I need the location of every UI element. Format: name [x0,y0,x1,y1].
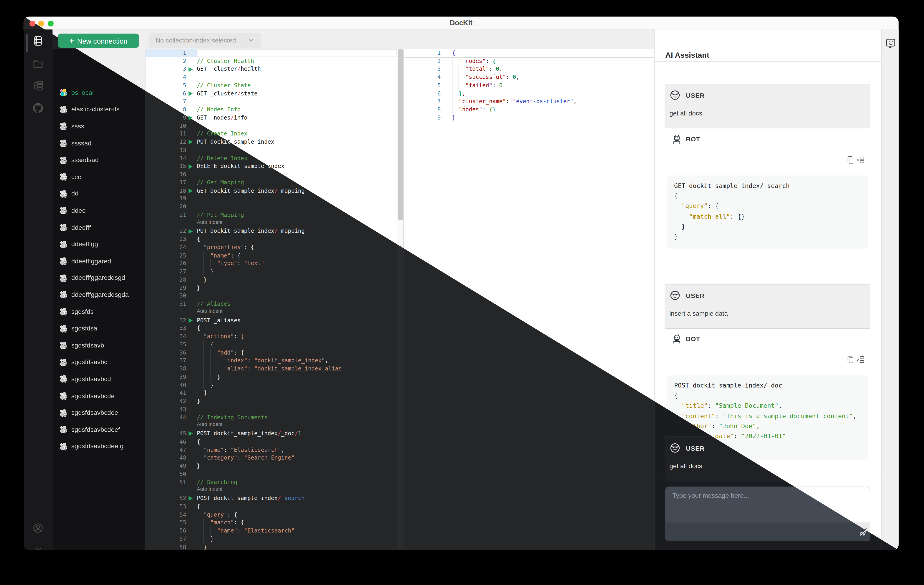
run-query-button[interactable] [188,91,192,96]
code-line: // Put Mapping [197,211,244,219]
connection-item[interactable]: sssadsad [53,152,145,169]
code-token: GET _cluster [197,66,238,72]
connection-item[interactable]: ddeefffggareddsgd [53,270,145,287]
connection-item[interactable]: os-local [53,84,145,101]
insert-to-editor-icon[interactable] [857,156,865,164]
editor-row: 28 } [145,276,404,284]
code-token: } [197,373,221,380]
query-editor[interactable]: 12// Cluster Health3GET _cluster/health4… [145,49,404,550]
bot-code-1[interactable]: GET dockit_sample_index/_search{ "query"… [667,175,868,249]
connection-item[interactable]: ddeefff [53,219,145,236]
connection-item[interactable]: sgdsfdsavbcdeef [53,422,145,438]
server-icon[interactable] [33,36,43,46]
editor-row: 32POST _aliases [145,316,404,324]
code-token: "text" [244,260,264,267]
elastic-logo-gray-icon [59,257,68,265]
connection-item[interactable]: ddeefffgg [53,236,145,253]
connection-item[interactable]: dd [53,186,145,203]
connection-item[interactable]: sgdsfdsavbcdeefg [53,438,145,455]
run-query-button[interactable] [188,115,192,120]
connection-item[interactable]: ssss [53,119,145,135]
scrollbar-thumb[interactable] [398,49,403,220]
editor-row: 36 "add": { [145,348,404,357]
chevron-down-icon [248,38,253,43]
connection-item[interactable]: ccc [53,169,145,186]
folder-icon[interactable] [33,59,43,69]
connection-item[interactable]: elastic-cluster-tls [53,102,145,119]
code-line: "successful": 0, [452,73,520,81]
connection-item[interactable]: ssssad [53,135,145,152]
copy-icon[interactable] [847,356,855,363]
run-query-button[interactable] [188,164,192,169]
connection-name: sgdsfdsavbcdeefg [71,443,124,450]
tree-icon[interactable] [33,81,43,91]
code-token: POST dockit_sample_index [197,495,278,501]
connection-item[interactable]: sgdsfdsavbcd [53,371,145,388]
code-token: "alias" [224,365,248,372]
zoom-window-button[interactable] [48,21,53,26]
code-line: // Indexing Documents [197,413,267,421]
auto-indent-action[interactable]: Auto Indent [197,308,223,314]
code-token: : { [234,519,244,526]
chat-input[interactable]: Type your message here... [665,487,870,542]
minimize-window-button[interactable] [38,21,44,26]
code-line: "type": "text" [197,259,264,267]
chat-feedback-icon[interactable] [886,38,896,48]
run-query-button[interactable] [188,188,192,193]
user-icon[interactable] [33,523,43,533]
run-query-button[interactable] [188,140,192,145]
close-window-button[interactable] [29,21,35,26]
code-line: ] [197,389,207,397]
auto-indent-action[interactable]: Auto Indent [197,421,223,427]
elastic-logo-gray-icon [59,224,68,232]
code-line: { [197,502,200,511]
gear-icon[interactable] [33,546,43,550]
active-line-border [404,57,655,58]
line-number: 1 [404,49,441,57]
run-query-button[interactable] [188,318,192,323]
indent-guide [452,73,453,81]
collection-index-select[interactable]: No collection/index selected [148,33,261,48]
connection-item[interactable]: sgdsfdsa [53,320,145,337]
github-icon[interactable] [33,103,43,113]
code-token: "name" [217,527,238,534]
line-number: 12 [145,138,186,146]
run-query-button[interactable] [188,496,192,501]
run-query-button[interactable] [188,67,192,72]
connection-name: sgdsfds [71,308,94,315]
new-connection-button[interactable]: +New connection [58,34,139,48]
connection-item[interactable]: ddee [53,203,145,219]
code-line: "name": { [197,251,241,260]
connection-item[interactable]: sgdsfdsavbcde [53,388,145,405]
elastic-logo-gray-icon [59,409,68,417]
line-number: 6 [145,89,186,97]
send-icon[interactable] [859,528,868,537]
code-token: GET dockit_sample_index/_search [674,182,790,189]
code-token: "add" [217,349,234,356]
code-line: { [197,341,214,349]
connection-item[interactable]: sgdsfdsavbcdee [53,405,145,422]
run-query-button[interactable] [188,229,192,234]
line-number: 14 [145,154,186,162]
code-line: GET _cluster/state [197,89,257,97]
connection-name: ddeefffggared [71,257,111,264]
connection-item[interactable]: ddeefffggared [53,253,145,270]
code-token: { [197,503,200,509]
chat-input-footer [665,523,870,542]
auto-indent-action[interactable]: Auto Indent [197,486,223,492]
editor-scrollbar[interactable] [397,49,404,550]
connection-item[interactable]: ddeefffggareddsgda… [53,287,145,304]
code-token: / [277,430,281,437]
run-query-button[interactable] [188,431,192,436]
connection-name: ddee [71,207,86,214]
code-token: } [197,398,200,404]
connection-list: os-localelastic-cluster-tlsssssssssadsss… [53,49,145,550]
insert-to-editor-icon[interactable] [857,356,865,363]
connection-item[interactable]: sgdsfds [53,304,145,320]
connection-name: ddeefffggareddsgda… [71,291,135,298]
connection-item[interactable]: sgdsfdsavb [53,337,145,354]
auto-indent-action[interactable]: Auto Indent [197,219,223,225]
connection-item[interactable]: sgdsfdsavbc [53,354,145,371]
code-token: PUT dockit_sample_index [197,138,274,145]
copy-icon[interactable] [847,156,855,164]
